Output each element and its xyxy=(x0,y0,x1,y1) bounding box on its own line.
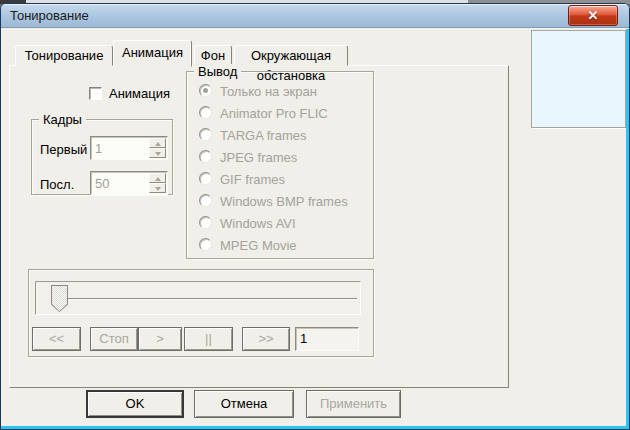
radio-label: Только на экран xyxy=(220,84,317,99)
render-preview-swatch xyxy=(531,30,626,128)
window-border-bottom xyxy=(1,426,629,429)
spin-up-button[interactable] xyxy=(149,173,166,183)
frames-group-title: Кадры xyxy=(39,112,86,127)
fast-forward-button[interactable]: >> xyxy=(242,327,290,351)
radio-label: MPEG Movie xyxy=(220,238,297,253)
screenshot-root: Тонирование ✕ Тонирование Анимация Фон О… xyxy=(0,0,630,430)
radio-label: GIF frames xyxy=(220,172,285,187)
radio-selected-dot xyxy=(203,88,208,93)
spin-up-button[interactable] xyxy=(149,138,166,148)
frame-slider[interactable] xyxy=(35,281,361,315)
slider-thumb-face xyxy=(52,286,67,311)
dialog-window: Тонирование ✕ Тонирование Анимация Фон О… xyxy=(0,3,630,430)
spin-down-icon xyxy=(155,187,161,191)
radio-label: JPEG frames xyxy=(220,150,297,165)
radio-icon xyxy=(199,238,212,251)
current-frame-field[interactable]: 1 xyxy=(295,327,359,351)
stop-button[interactable]: Стоп xyxy=(90,327,138,351)
tab-animation[interactable]: Анимация xyxy=(113,40,192,67)
tab-rendering[interactable]: Тонирование xyxy=(15,45,113,66)
output-group: Вывод Только на экран Animator Pro FLIC … xyxy=(186,71,374,259)
spin-buttons xyxy=(149,173,166,193)
radio-icon xyxy=(199,84,212,97)
tab-background[interactable]: Фон xyxy=(194,45,232,66)
playback-group: << Стоп > || >> 1 xyxy=(28,269,374,357)
radio-icon xyxy=(199,128,212,141)
apply-button-label: Применить xyxy=(320,396,387,411)
spin-down-icon xyxy=(155,152,161,156)
radio-label: Animator Pro FLIC xyxy=(220,106,328,121)
fast-forward-icon: >> xyxy=(258,331,273,346)
last-frame-label: Посл. xyxy=(40,177,74,192)
play-icon: > xyxy=(156,331,164,346)
radio-label: TARGA frames xyxy=(220,128,306,143)
window-title: Тонирование xyxy=(10,8,89,23)
radio-label: Windows BMP frames xyxy=(220,194,348,209)
current-frame-value: 1 xyxy=(300,331,307,346)
close-icon: ✕ xyxy=(588,8,599,23)
ok-button-label: OK xyxy=(126,396,145,411)
tab-label: Анимация xyxy=(122,45,183,60)
tab-environment[interactable]: Окружающая обстановка xyxy=(234,45,348,66)
rewind-icon: << xyxy=(49,331,64,346)
spin-buttons xyxy=(149,138,166,158)
first-frame-value: 1 xyxy=(95,141,102,156)
output-group-title: Вывод xyxy=(194,64,241,79)
pause-icon: || xyxy=(205,331,212,346)
last-frame-value: 50 xyxy=(95,176,109,191)
pause-button[interactable]: || xyxy=(184,327,233,351)
radio-icon xyxy=(199,172,212,185)
stop-button-label: Стоп xyxy=(99,331,128,346)
radio-icon xyxy=(199,150,212,163)
play-button[interactable]: > xyxy=(138,327,182,351)
spin-up-icon xyxy=(155,177,161,181)
tab-label: Тонирование xyxy=(25,48,104,63)
cancel-button[interactable]: Отмена xyxy=(194,390,294,418)
title-bar[interactable]: Тонирование ✕ xyxy=(1,4,629,28)
dialog-client-area: Тонирование Анимация Фон Окружающая обст… xyxy=(1,29,629,426)
window-border-right xyxy=(626,29,629,430)
slider-track[interactable] xyxy=(54,298,357,300)
animation-checkbox-label: Анимация xyxy=(109,86,170,101)
slider-thumb[interactable] xyxy=(51,285,68,312)
radio-icon xyxy=(199,194,212,207)
cancel-button-label: Отмена xyxy=(221,396,268,411)
animation-checkbox[interactable] xyxy=(89,87,102,100)
last-frame-spinner[interactable]: 50 xyxy=(90,171,168,195)
frames-group: Кадры Первый 1 Посл. 50 xyxy=(31,119,173,195)
radio-label: Windows AVI xyxy=(220,216,296,231)
apply-button[interactable]: Применить xyxy=(306,390,401,418)
rewind-button[interactable]: << xyxy=(32,327,81,351)
spin-up-icon xyxy=(155,142,161,146)
tab-label: Фон xyxy=(201,48,225,63)
spin-down-button[interactable] xyxy=(149,148,166,158)
radio-icon xyxy=(199,216,212,229)
radio-icon xyxy=(199,106,212,119)
close-button[interactable]: ✕ xyxy=(568,5,618,26)
first-frame-label: Первый xyxy=(40,142,87,157)
ok-button[interactable]: OK xyxy=(86,390,184,418)
spin-down-button[interactable] xyxy=(149,183,166,193)
first-frame-spinner[interactable]: 1 xyxy=(90,136,168,160)
